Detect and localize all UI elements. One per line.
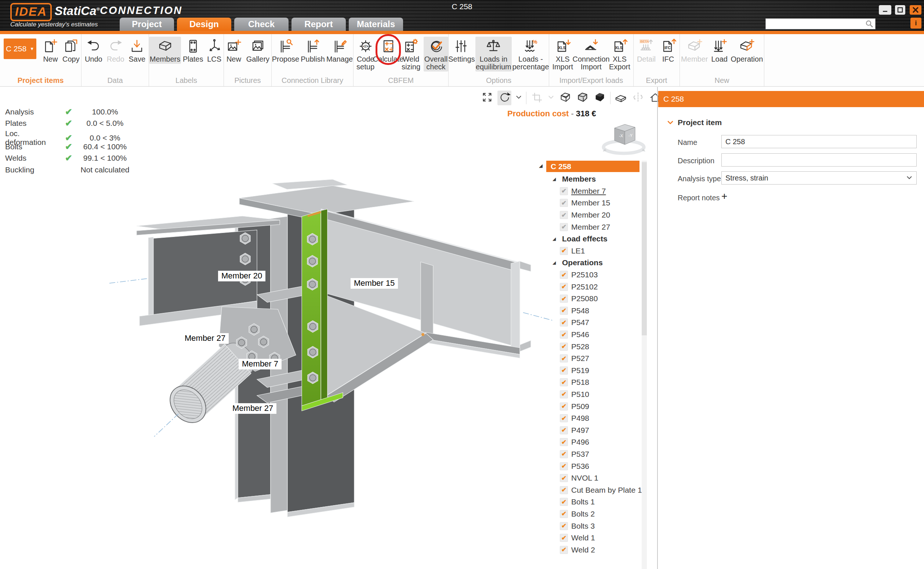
tree-item-member-20[interactable]: ◢ ✔ Member 20 — [536, 209, 642, 221]
tab-design[interactable]: Design — [177, 18, 231, 31]
tree-checkbox[interactable]: ✔ — [560, 343, 568, 351]
tree-item-operation[interactable]: ◢ ✔ P25102 — [536, 281, 642, 293]
tree-checkbox[interactable]: ✔ — [560, 546, 568, 554]
expander-icon[interactable]: ◢ — [552, 236, 560, 241]
rotate-view-button[interactable] — [497, 91, 511, 105]
tree-section-operations[interactable]: ◢ ✔ Operations — [536, 257, 642, 269]
rotate-options-chevron[interactable] — [515, 91, 523, 105]
analysis-type-select[interactable]: Stress, strain — [721, 171, 917, 184]
new-project-item-button[interactable]: New — [41, 37, 60, 64]
tree-checkbox[interactable]: ✔ — [560, 271, 568, 279]
expander-icon[interactable]: ◢ — [552, 176, 560, 182]
calculate-button[interactable]: Calculate — [378, 37, 398, 64]
tree-item-operation[interactable]: ◢ ✔ P548 — [536, 305, 642, 317]
tree-checkbox[interactable]: ✔ — [560, 223, 568, 231]
tree-item-operation[interactable]: ◢ ✔ P510 — [536, 388, 642, 401]
tab-project[interactable]: Project — [120, 18, 174, 31]
tree-checkbox[interactable]: ✔ — [560, 247, 568, 255]
tree-item-operation[interactable]: ◢ ✔ P527 — [536, 353, 642, 365]
tree-item-operation[interactable]: ◢ ✔ P536 — [536, 460, 642, 472]
tree-checkbox[interactable]: ✔ — [560, 534, 568, 542]
search-input[interactable] — [769, 20, 865, 28]
tree-item-operation[interactable]: ◢ ✔ P25080 — [536, 293, 642, 305]
tree-checkbox[interactable]: ✔ — [560, 414, 568, 422]
loads-percentage-toggle[interactable]: % Loads - percentage — [512, 37, 549, 72]
description-field[interactable] — [721, 153, 917, 167]
tree-item-le1[interactable]: ◢ ✔ LE1 — [536, 245, 642, 257]
tree-scrollbar[interactable] — [642, 161, 647, 569]
tree-item-operation[interactable]: ◢ ✔ Weld 2 — [536, 544, 642, 556]
undo-button[interactable]: Undo — [83, 37, 104, 64]
gallery-button[interactable]: Gallery — [244, 37, 271, 64]
propose-button[interactable]: Propose — [271, 37, 300, 64]
viewport-3d-scene[interactable] — [99, 174, 558, 533]
tree-checkbox[interactable]: ✔ — [560, 402, 568, 411]
tree-checkbox[interactable]: ✔ — [560, 486, 568, 494]
tree-item-operation[interactable]: ◢ ✔ P497 — [536, 424, 642, 436]
tree-item-member-27[interactable]: ◢ ✔ Member 27 — [536, 221, 642, 233]
tree-item-operation[interactable]: ◢ ✔ Cut Beam by Plate 1 — [536, 484, 642, 496]
new-picture-button[interactable]: New — [224, 37, 244, 64]
tree-checkbox[interactable]: ✔ — [560, 462, 568, 470]
add-report-note-button[interactable]: + — [721, 191, 727, 201]
tree-item-operation[interactable]: ◢ ✔ P498 — [536, 412, 642, 424]
plates-labels-toggle[interactable]: Plates — [182, 37, 204, 64]
tree-item-operation[interactable]: ◢ ✔ Weld 1 — [536, 532, 642, 544]
xls-export-button[interactable]: XLS XLS Export — [606, 37, 633, 72]
detail-export-button[interactable]: BETA Detail — [635, 37, 657, 64]
tree-item-member-15[interactable]: ◢ ✔ Member 15 — [536, 197, 642, 209]
maximize-button[interactable] — [895, 5, 905, 15]
tree-item-operation[interactable]: ◢ ✔ Bolts 1 — [536, 496, 642, 508]
new-operation-button[interactable]: Operation — [730, 37, 764, 64]
search-box[interactable] — [765, 18, 875, 29]
tree-checkbox[interactable]: ✔ — [560, 354, 568, 362]
tree-item-operation[interactable]: ◢ ✔ P25103 — [536, 269, 642, 281]
tree-item-operation[interactable]: ◢ ✔ NVOL 1 — [536, 472, 642, 484]
info-button[interactable]: i — [910, 18, 921, 29]
manage-button[interactable]: Manage — [326, 37, 353, 64]
loads-in-equilibrium-toggle[interactable]: Loads in equilibrium — [476, 37, 512, 72]
minimize-button[interactable] — [879, 5, 891, 15]
name-field[interactable] — [721, 135, 917, 148]
tree-root-node[interactable]: C 258 — [546, 161, 639, 172]
tree-item-operation[interactable]: ◢ ✔ P496 — [536, 436, 642, 448]
tree-item-operation[interactable]: ◢ ✔ P528 — [536, 341, 642, 353]
tree-item-member-7[interactable]: ◢ ✔ Member 7 — [536, 185, 642, 197]
tree-checkbox[interactable]: ✔ — [560, 498, 568, 506]
tree-item-operation[interactable]: ◢ ✔ Bolts 2 — [536, 508, 642, 520]
members-labels-toggle[interactable]: Members — [149, 37, 181, 64]
tree-item-operation[interactable]: ◢ ✔ P547 — [536, 316, 642, 329]
tree-checkbox[interactable]: ✔ — [560, 318, 568, 327]
expander-icon[interactable]: ◢ — [552, 260, 560, 265]
tree-checkbox[interactable]: ✔ — [560, 330, 568, 339]
new-member-button[interactable]: Member — [680, 37, 709, 64]
xls-import-button[interactable]: XLS XLS Import — [549, 37, 576, 72]
tree-checkbox[interactable]: ✔ — [560, 199, 568, 207]
tree-item-operation[interactable]: ◢ ✔ P519 — [536, 365, 642, 377]
tree-checkbox[interactable]: ✔ — [560, 426, 568, 434]
tree-checkbox[interactable]: ✔ — [560, 367, 568, 374]
tab-check[interactable]: Check — [234, 18, 288, 31]
tree-checkbox[interactable]: ✔ — [560, 211, 568, 219]
tab-materials[interactable]: Materials — [349, 18, 403, 31]
publish-button[interactable]: Publish — [300, 37, 325, 64]
lcs-labels-toggle[interactable]: LCS — [205, 37, 224, 64]
tree-checkbox[interactable]: ✔ — [560, 295, 568, 303]
zoom-extents-button[interactable] — [480, 91, 494, 105]
redo-button[interactable]: Redo — [105, 37, 126, 64]
tree-item-operation[interactable]: ◢ ✔ P509 — [536, 400, 642, 412]
tree-checkbox[interactable]: ✔ — [560, 307, 568, 315]
tree-checkbox[interactable]: ✔ — [560, 510, 568, 518]
tree-scrollbar-thumb[interactable] — [642, 162, 647, 335]
connection-import-button[interactable]: Connection Import — [577, 37, 605, 72]
new-load-button[interactable]: Load — [710, 37, 729, 64]
tab-report[interactable]: Report — [291, 18, 346, 31]
project-item-section-header[interactable]: Project item — [667, 118, 722, 127]
tree-checkbox[interactable]: ✔ — [560, 474, 568, 482]
ifc-export-button[interactable]: IFC IFC — [658, 37, 678, 64]
copy-project-item-button[interactable]: Copy — [61, 37, 81, 64]
weld-sizing-button[interactable]: Weld sizing — [399, 37, 423, 72]
tree-checkbox[interactable]: ✔ — [560, 522, 568, 530]
tree-item-operation[interactable]: ◢ ✔ P546 — [536, 329, 642, 341]
tree-checkbox[interactable]: ✔ — [560, 438, 568, 446]
